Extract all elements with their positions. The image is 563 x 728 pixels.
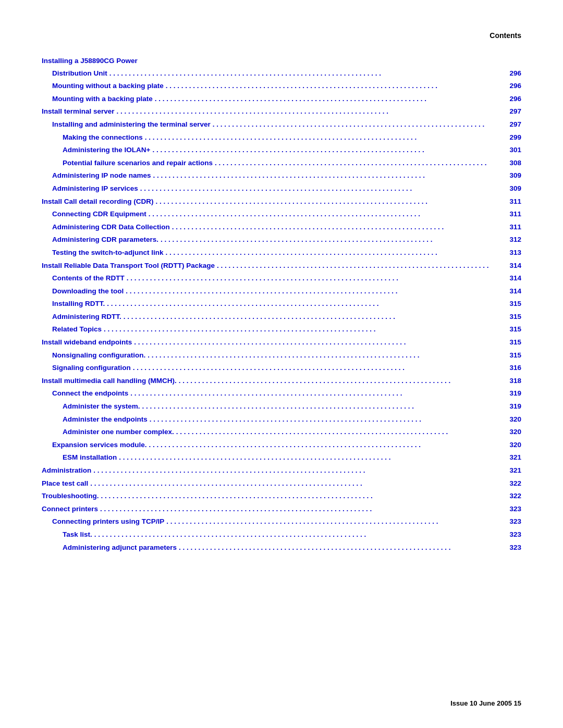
toc-dots bbox=[148, 350, 498, 362]
toc-dots bbox=[93, 465, 498, 477]
toc-row[interactable]: Place test call322 bbox=[42, 478, 521, 490]
toc-row[interactable]: Administering adjunct parameters323 bbox=[42, 542, 521, 554]
toc-page-number: 301 bbox=[500, 144, 521, 156]
toc-dots bbox=[172, 221, 498, 233]
toc-row[interactable]: Installing and administering the termina… bbox=[42, 119, 521, 131]
toc-row[interactable]: Making the connections299 bbox=[42, 132, 521, 144]
toc-page-number: 322 bbox=[500, 478, 521, 489]
toc-dots bbox=[90, 478, 498, 490]
toc-row[interactable]: Mounting without a backing plate296 bbox=[42, 80, 521, 92]
toc-entry-label: Install multimedia call handling (MMCH). bbox=[42, 375, 177, 387]
toc-row[interactable]: Installing a J58890CG Power bbox=[42, 55, 521, 67]
toc-row[interactable]: Mounting with a backing plate296 bbox=[42, 93, 521, 105]
toc-entry-label: Expansion services module. bbox=[42, 439, 147, 451]
toc-row[interactable]: Expansion services module.320 bbox=[42, 439, 521, 451]
toc-page-number: 323 bbox=[500, 503, 521, 515]
toc-page-number: 314 bbox=[500, 260, 521, 272]
toc-page-number: 296 bbox=[500, 93, 521, 105]
toc-page-number: 320 bbox=[500, 414, 521, 425]
toc-entry-label: Contents of the RDTT bbox=[42, 273, 125, 284]
toc-row[interactable]: Install terminal server297 bbox=[42, 106, 521, 118]
toc-entry-label: Administering adjunct parameters bbox=[42, 542, 177, 553]
toc-page-number: 312 bbox=[500, 234, 521, 245]
toc-page-number: 297 bbox=[500, 119, 521, 130]
toc-page-number: 323 bbox=[500, 542, 521, 553]
toc-row[interactable]: Task list.323 bbox=[42, 529, 521, 541]
toc-row[interactable]: Connecting CDR Equipment311 bbox=[42, 208, 521, 220]
toc-row[interactable]: Installing RDTT.315 bbox=[42, 298, 521, 310]
toc-dots bbox=[94, 529, 498, 541]
toc-row[interactable]: Install wideband endpoints315 bbox=[42, 337, 521, 349]
toc-page-number: 322 bbox=[500, 490, 521, 502]
toc-row[interactable]: Install multimedia call handling (MMCH).… bbox=[42, 375, 521, 387]
toc-entry-label: Nonsignaling configuration. bbox=[42, 350, 145, 361]
toc-entry-label: Signaling configuration bbox=[42, 362, 131, 374]
toc-row[interactable]: Testing the switch-to-adjunct link313 bbox=[42, 247, 521, 259]
toc-row[interactable]: Administering CDR parameters.312 bbox=[42, 234, 521, 246]
toc-row[interactable]: Install Call detail recording (CDR)311 bbox=[42, 196, 521, 208]
toc-row[interactable]: Related Topics315 bbox=[42, 324, 521, 336]
toc-row[interactable]: Administering IP services309 bbox=[42, 183, 521, 195]
toc-dots bbox=[166, 247, 498, 259]
toc-page-number: 315 bbox=[500, 311, 521, 323]
toc-dots bbox=[213, 119, 498, 131]
toc-row[interactable]: Connect the endpoints319 bbox=[42, 388, 521, 400]
toc-row[interactable]: Administering RDTT.315 bbox=[42, 311, 521, 323]
toc-page-number: 296 bbox=[500, 68, 521, 79]
toc-row[interactable]: Administer the endpoints320 bbox=[42, 414, 521, 426]
toc-container: Installing a J58890CG PowerDistribution … bbox=[42, 55, 521, 553]
toc-entry-label: Connect the endpoints bbox=[42, 388, 128, 399]
toc-dots bbox=[127, 273, 498, 285]
toc-row[interactable]: Distribution Unit296 bbox=[42, 68, 521, 80]
toc-row[interactable]: ESM installation321 bbox=[42, 452, 521, 464]
toc-row[interactable]: Install Reliable Data Transport Tool (RD… bbox=[42, 260, 521, 272]
toc-entry-label: Connect printers bbox=[42, 503, 98, 515]
toc-page-number: 297 bbox=[500, 106, 521, 117]
toc-page-number: 314 bbox=[500, 286, 521, 297]
toc-dots bbox=[109, 68, 498, 80]
toc-dots bbox=[145, 132, 498, 144]
toc-row[interactable]: Downloading the tool314 bbox=[42, 286, 521, 298]
toc-page-number: 320 bbox=[500, 426, 521, 438]
footer-text: Issue 10 June 2005 15 bbox=[450, 699, 521, 707]
toc-row[interactable]: Administering IP node names309 bbox=[42, 170, 521, 182]
toc-entry-label: Administering the IOLAN+ bbox=[42, 144, 150, 156]
toc-dots bbox=[152, 144, 498, 156]
toc-dots bbox=[153, 170, 498, 182]
toc-row[interactable]: Administer one number complex.320 bbox=[42, 426, 521, 438]
toc-entry-label: Administer one number complex. bbox=[42, 426, 174, 438]
toc-row[interactable]: Administering CDR Data Collection311 bbox=[42, 221, 521, 233]
contents-label: Contents bbox=[489, 31, 521, 40]
toc-row[interactable]: Troubleshooting.322 bbox=[42, 490, 521, 502]
page-footer: Issue 10 June 2005 15 bbox=[450, 699, 521, 707]
toc-row[interactable]: Connect printers323 bbox=[42, 503, 521, 515]
toc-page-number: 315 bbox=[500, 298, 521, 310]
toc-page-number: 308 bbox=[500, 157, 521, 169]
toc-page-number: 315 bbox=[500, 350, 521, 361]
toc-entry-label: Administering CDR Data Collection bbox=[42, 221, 170, 233]
toc-row[interactable]: Administration321 bbox=[42, 465, 521, 477]
toc-dots bbox=[126, 286, 498, 298]
toc-dots bbox=[179, 542, 498, 554]
toc-entry-label: Administering IP node names bbox=[42, 170, 151, 181]
toc-row[interactable]: Administering the IOLAN+301 bbox=[42, 144, 521, 156]
toc-page-number: 311 bbox=[500, 196, 521, 207]
toc-row[interactable]: Contents of the RDTT314 bbox=[42, 273, 521, 285]
toc-row[interactable]: Potential failure scenarios and repair a… bbox=[42, 157, 521, 169]
toc-dots bbox=[150, 414, 498, 426]
toc-page-number: 315 bbox=[500, 324, 521, 335]
toc-page-number: 318 bbox=[500, 375, 521, 387]
toc-entry-label: Install Reliable Data Transport Tool (RD… bbox=[42, 260, 215, 272]
toc-entry-label: Administering CDR parameters. bbox=[42, 234, 158, 245]
toc-dots bbox=[107, 298, 498, 310]
toc-entry-label: Troubleshooting. bbox=[42, 490, 99, 502]
toc-entry-label: Install wideband endpoints bbox=[42, 337, 132, 348]
toc-row[interactable]: Connecting printers using TCP/IP323 bbox=[42, 516, 521, 528]
toc-row[interactable]: Signaling configuration316 bbox=[42, 362, 521, 374]
toc-row[interactable]: Administer the system.319 bbox=[42, 401, 521, 413]
toc-dots bbox=[117, 106, 498, 118]
toc-row[interactable]: Nonsignaling configuration.315 bbox=[42, 350, 521, 362]
toc-page-number: 311 bbox=[500, 221, 521, 233]
toc-page-number: 309 bbox=[500, 170, 521, 181]
toc-entry-label: Place test call bbox=[42, 478, 88, 489]
